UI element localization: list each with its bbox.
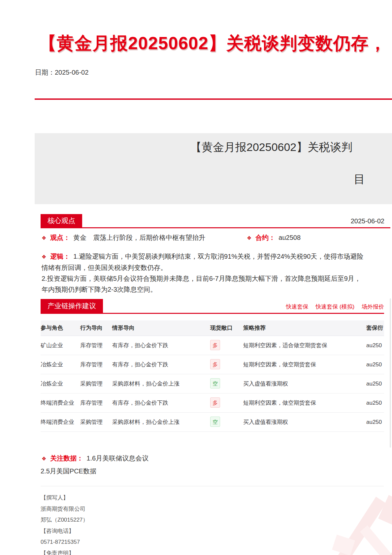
diamond-bullet-icon: ❖ xyxy=(42,254,46,260)
role-cell: 矿山企业 xyxy=(41,336,80,355)
red-divider xyxy=(35,98,392,100)
exposure-badge: 多 xyxy=(210,397,220,408)
strategy-cell: 买入虚值看涨期权 xyxy=(243,413,366,432)
behavior-cell: 库存管理 xyxy=(80,336,112,355)
banner-title: 【黄金月报20250602】关税谈判 xyxy=(190,140,352,155)
instrument-cell: au250 xyxy=(366,413,384,432)
table-header-row: 参与角色行为导向情形导向现货敞口策略推荐套保衍 xyxy=(41,320,384,336)
table-row: 矿山企业库存管理有库存，担心金价下跌多短期利空因素，适合做空期货套保au250 xyxy=(41,336,384,355)
column-header: 行为导向 xyxy=(80,320,112,336)
quick-hedge-link[interactable]: 快速套保 xyxy=(286,304,308,310)
phone-number: 0571-87215357 xyxy=(41,536,88,548)
exposure-cell: 多 xyxy=(210,393,243,413)
scrollbar[interactable] xyxy=(390,298,391,448)
role-cell: 冶炼企业 xyxy=(41,355,80,374)
otc-quote-link[interactable]: 场外报价 xyxy=(362,304,384,310)
company-name: 浙商期货有限公司 xyxy=(41,503,88,515)
contract-value: au2508 xyxy=(278,234,301,241)
strategy-cell: 买入虚值看涨期权 xyxy=(243,374,366,393)
contract-group: ❖合约：au2508 xyxy=(247,233,301,242)
report-date: 日期：2025-06-02 xyxy=(35,68,88,77)
exposure-cell: 多 xyxy=(210,336,243,355)
focus-data-label: 关注数据： xyxy=(50,455,83,462)
table-row: 冶炼企业采购管理采购原材料，担心金价上涨空买入虚值看涨期权au250 xyxy=(41,374,384,393)
table-body: 矿山企业库存管理有库存，担心金价下跌多短期利空因素，适合做空期货套保au250冶… xyxy=(41,336,384,432)
role-cell: 终端消费企业 xyxy=(41,393,80,413)
table-row: 终端消费企业库存管理有库存，担心金价下跌多短期利空因素，做空期货套保au250 xyxy=(41,393,384,413)
column-header: 策略推荐 xyxy=(243,320,366,336)
footer-divider xyxy=(41,486,384,486)
disclaimer-header: 【免责声明】 xyxy=(41,548,88,555)
diamond-bullet-icon: ❖ xyxy=(247,235,251,241)
quick-hedge-sim-link[interactable]: 快速套保 (模拟) xyxy=(315,304,354,310)
logic-text-2: 2.投资逻辑方面，美联储5月会议符合预期并未降息，目前6-7月降息预期大幅下滑，… xyxy=(42,273,367,295)
role-cell: 冶炼企业 xyxy=(41,374,80,393)
report-page: 【黄金月报20250602】关税谈判变数仍存， 日期：2025-06-02 【黄… xyxy=(0,0,392,555)
section-title-industry: 产业链操作建议 xyxy=(41,299,103,313)
behavior-cell: 库存管理 xyxy=(80,355,112,374)
core-view-date: 2025-06-02 xyxy=(351,217,384,225)
exposure-badge: 多 xyxy=(210,340,220,350)
author-name: 郑弘（Z0015227） xyxy=(41,514,88,526)
behavior-cell: 采购管理 xyxy=(80,374,112,393)
behavior-cell: 库存管理 xyxy=(80,393,112,413)
logic-paragraph: ❖逻辑：1.避险逻辑方面，中美贸易谈判顺利结束，双方取消91%关税，并暂停24%… xyxy=(42,251,367,295)
viewpoint-row: ❖观点：黄金 震荡上行阶段，后期价格中枢有望抬升 ❖合约：au2508 xyxy=(42,233,385,242)
advice-table: 参与角色行为导向情形导向现货敞口策略推荐套保衍 矿山企业库存管理有库存，担心金价… xyxy=(41,320,384,432)
footer: 【撰写人】 浙商期货有限公司 郑弘（Z0015227） 【咨询电话】 0571-… xyxy=(41,492,88,555)
strategy-cell: 短期利空因素，做空期货套保 xyxy=(243,355,366,374)
focus-data-item2: 2.5月美国PCE数据 xyxy=(41,467,96,476)
exposure-badge: 空 xyxy=(210,417,220,427)
behavior-cell: 采购管理 xyxy=(80,413,112,432)
strategy-cell: 短期利空因素，适合做空期货套保 xyxy=(243,336,366,355)
exposure-cell: 空 xyxy=(210,413,243,432)
viewpoint-text: 黄金 震荡上行阶段，后期价格中枢有望抬升 xyxy=(73,234,205,241)
contract-label: 合约： xyxy=(255,234,275,241)
advice-table-wrap: 参与角色行为导向情形导向现货敞口策略推荐套保衍 矿山企业库存管理有库存，担心金价… xyxy=(41,320,384,432)
document-banner: 【黄金月报20250602】关税谈判 目 xyxy=(35,133,392,204)
logic-text-1: 1.避险逻辑方面，中美贸易谈判顺利结束，双方取消91%关税，并暂停24%关税90… xyxy=(42,253,363,271)
viewpoint-label: 观点： xyxy=(50,234,70,241)
diamond-bullet-icon: ❖ xyxy=(42,456,46,462)
diamond-bullet-icon: ❖ xyxy=(42,235,46,241)
exposure-cell: 多 xyxy=(210,355,243,374)
situation-cell: 有库存，担心金价下跌 xyxy=(112,393,210,413)
situation-cell: 采购原材料，担心金价上涨 xyxy=(112,413,210,432)
phone-section-header: 【咨询电话】 xyxy=(41,526,88,537)
banner-subtitle: 目 xyxy=(354,172,365,187)
situation-cell: 采购原材料，担心金价上涨 xyxy=(112,374,210,393)
author-section-header: 【撰写人】 xyxy=(41,492,88,503)
exposure-badge: 多 xyxy=(210,359,220,369)
quick-links: 快速套保 快速套保 (模拟) 场外报价 xyxy=(280,303,384,311)
section-title-core: 核心观点 xyxy=(41,214,82,227)
focus-data-item1: 1.6月美联储议息会议 xyxy=(86,455,148,462)
logic-label: 逻辑： xyxy=(50,253,70,260)
column-header: 参与角色 xyxy=(41,320,80,336)
table-row: 冶炼企业库存管理有库存，担心金价下跌多短期利空因素，做空期货套保au250 xyxy=(41,355,384,374)
industry-header: 产业链操作建议 快速套保 快速套保 (模拟) 场外报价 xyxy=(41,299,384,314)
instrument-cell: au250 xyxy=(366,336,384,355)
exposure-badge: 空 xyxy=(210,378,220,388)
column-header: 套保衍 xyxy=(366,320,384,336)
instrument-cell: au250 xyxy=(366,374,384,393)
instrument-cell: au250 xyxy=(366,355,384,374)
strategy-cell: 短期利空因素，做空期货套保 xyxy=(243,393,366,413)
situation-cell: 有库存，担心金价下跌 xyxy=(112,336,210,355)
table-row: 终端消费企业采购管理采购原材料，担心金价上涨空买入虚值看涨期权au250 xyxy=(41,413,384,432)
instrument-cell: au250 xyxy=(366,393,384,413)
page-title: 【黄金月报20250602】关税谈判变数仍存， xyxy=(39,32,387,56)
role-cell: 终端消费企业 xyxy=(41,413,80,432)
column-header: 现货敞口 xyxy=(210,320,243,336)
exposure-cell: 空 xyxy=(210,374,243,393)
core-view-header: 核心观点 2025-06-02 xyxy=(41,214,390,228)
situation-cell: 有库存，担心金价下跌 xyxy=(112,355,210,374)
column-header: 情形导向 xyxy=(112,320,210,336)
focus-data-row: ❖关注数据：1.6月美联储议息会议 xyxy=(42,454,148,463)
